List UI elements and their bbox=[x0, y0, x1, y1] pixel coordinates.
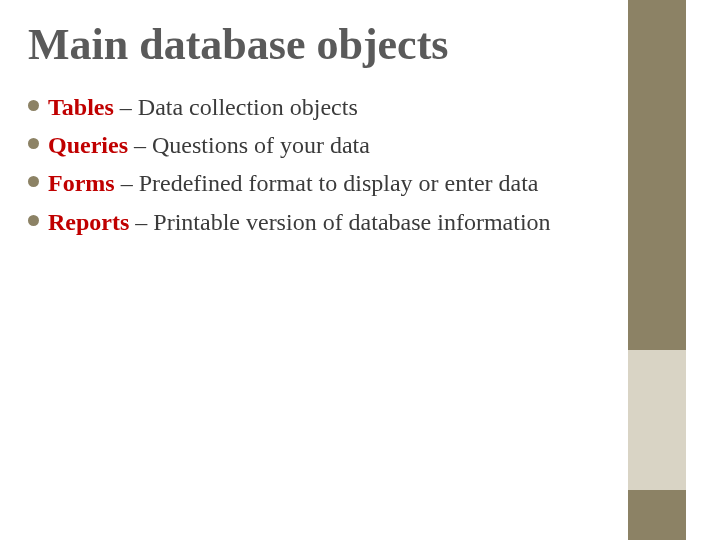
side-accent-bar bbox=[628, 0, 686, 540]
description: – Printable version of database informat… bbox=[129, 209, 550, 235]
list-item: Reports – Printable version of database … bbox=[28, 206, 603, 238]
bullet-list: Tables – Data collection objects Queries… bbox=[28, 91, 603, 239]
list-item: Forms – Predefined format to display or … bbox=[28, 167, 603, 199]
term: Queries bbox=[48, 132, 128, 158]
bullet-icon bbox=[28, 138, 39, 149]
term: Reports bbox=[48, 209, 129, 235]
slide-content: Main database objects Tables – Data coll… bbox=[28, 20, 603, 244]
side-accent-inset bbox=[628, 350, 686, 490]
slide-title: Main database objects bbox=[28, 20, 603, 71]
bullet-icon bbox=[28, 176, 39, 187]
bullet-icon bbox=[28, 215, 39, 226]
description: – Questions of your data bbox=[128, 132, 370, 158]
list-item: Queries – Questions of your data bbox=[28, 129, 603, 161]
term: Tables bbox=[48, 94, 114, 120]
list-item: Tables – Data collection objects bbox=[28, 91, 603, 123]
bullet-icon bbox=[28, 100, 39, 111]
term: Forms bbox=[48, 170, 115, 196]
description: – Data collection objects bbox=[114, 94, 358, 120]
description: – Predefined format to display or enter … bbox=[115, 170, 539, 196]
